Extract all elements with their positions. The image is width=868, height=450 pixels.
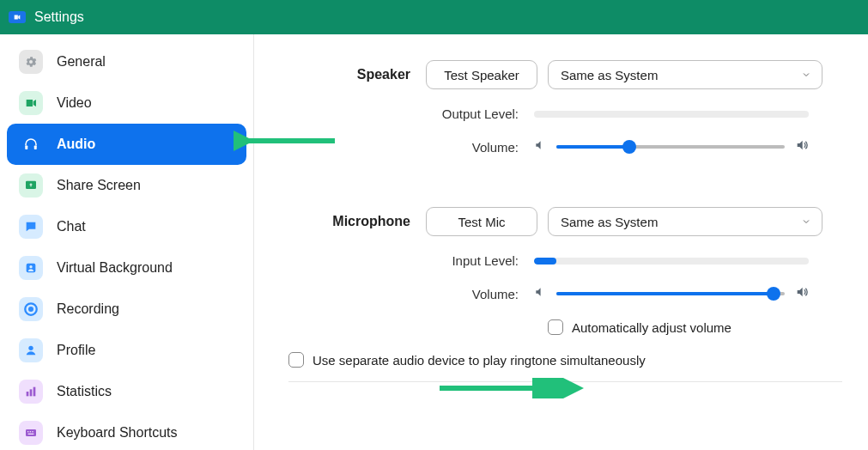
output-level-label: Output Level: <box>280 106 534 121</box>
volume-low-icon <box>534 139 546 155</box>
sidebar-item-video[interactable]: Video <box>7 82 246 124</box>
input-level-label: Input Level: <box>280 253 534 268</box>
svg-point-7 <box>28 346 33 350</box>
speaker-heading: Speaker <box>280 67 426 82</box>
microphone-heading: Microphone <box>280 214 426 229</box>
auto-adjust-volume-label: Automatically adjust volume <box>572 320 731 335</box>
test-mic-button[interactable]: Test Mic <box>426 207 537 236</box>
keyboard-icon <box>19 421 43 445</box>
sidebar-item-label: Recording <box>57 301 119 317</box>
chevron-down-icon <box>801 215 811 229</box>
test-speaker-button[interactable]: Test Speaker <box>426 60 537 89</box>
chat-icon <box>19 215 43 239</box>
mic-volume-thumb[interactable] <box>767 287 780 301</box>
virtual-background-icon <box>19 256 43 280</box>
divider <box>288 381 842 382</box>
sidebar-item-recording[interactable]: Recording <box>7 289 246 330</box>
statistics-icon <box>19 380 43 404</box>
sidebar-item-audio[interactable]: Audio <box>7 124 246 165</box>
chevron-down-icon <box>801 68 811 82</box>
svg-rect-0 <box>25 146 27 150</box>
mic-volume-slider[interactable] <box>556 292 785 295</box>
speaker-volume-slider[interactable] <box>556 145 785 149</box>
separate-ringtone-checkbox[interactable] <box>288 352 304 368</box>
svg-rect-13 <box>30 431 31 432</box>
volume-low-icon <box>534 286 546 301</box>
svg-rect-14 <box>32 431 33 432</box>
sidebar-item-keyboard-shortcuts[interactable]: Keyboard Shortcuts <box>7 412 246 450</box>
content-pane: Speaker Test Speaker Same as System Outp… <box>254 34 868 450</box>
auto-adjust-volume-checkbox[interactable] <box>548 319 563 335</box>
titlebar: Settings <box>0 0 868 34</box>
sidebar-item-virtual-background[interactable]: Virtual Background <box>7 247 246 289</box>
sidebar-item-label: Virtual Background <box>57 260 173 276</box>
svg-rect-8 <box>27 392 29 396</box>
video-icon <box>19 91 43 115</box>
speaker-device-selected: Same as System <box>561 68 658 82</box>
sidebar-item-label: Audio <box>57 137 95 152</box>
sidebar-item-chat[interactable]: Chat <box>7 206 246 247</box>
input-level-meter <box>534 258 809 265</box>
sidebar-item-general[interactable]: General <box>7 41 246 82</box>
profile-icon <box>19 338 43 362</box>
speaker-volume-fill <box>556 145 629 149</box>
mic-device-select[interactable]: Same as System <box>548 207 822 236</box>
volume-high-icon <box>795 285 809 302</box>
speaker-device-select[interactable]: Same as System <box>548 60 822 89</box>
sidebar-item-label: Keyboard Shortcuts <box>57 425 178 441</box>
sidebar-item-label: Chat <box>57 219 86 234</box>
share-screen-icon <box>19 173 43 198</box>
sidebar-item-label: Profile <box>57 343 95 358</box>
sidebar-item-profile[interactable]: Profile <box>7 330 246 371</box>
svg-rect-9 <box>30 389 33 396</box>
svg-rect-15 <box>28 434 34 435</box>
svg-point-6 <box>28 307 33 312</box>
separate-ringtone-label: Use separate audio device to play ringto… <box>313 353 646 368</box>
mic-volume-fill <box>556 292 774 295</box>
headphones-icon <box>19 132 43 156</box>
sidebar-item-statistics[interactable]: Statistics <box>7 371 246 412</box>
speaker-volume-label: Volume: <box>280 140 534 155</box>
svg-point-4 <box>29 265 32 268</box>
sidebar-item-label: Video <box>57 95 92 111</box>
app-icon <box>9 11 26 23</box>
svg-rect-12 <box>27 431 28 432</box>
volume-high-icon <box>795 138 809 155</box>
input-level-fill <box>534 258 556 265</box>
output-level-meter <box>534 111 809 118</box>
window-title: Settings <box>34 9 84 25</box>
mic-device-selected: Same as System <box>561 215 658 229</box>
sidebar-item-label: General <box>57 54 106 70</box>
sidebar-item-share-screen[interactable]: Share Screen <box>7 165 246 206</box>
sidebar-item-label: Share Screen <box>57 178 141 193</box>
svg-rect-10 <box>33 387 36 397</box>
recording-icon <box>19 297 43 321</box>
sidebar-item-label: Statistics <box>57 384 112 399</box>
gear-icon <box>19 50 43 74</box>
svg-rect-11 <box>26 429 36 436</box>
svg-rect-1 <box>34 146 37 150</box>
speaker-volume-thumb[interactable] <box>622 140 636 154</box>
mic-volume-label: Volume: <box>280 287 534 301</box>
sidebar: General Video Audio Share Screen Chat <box>0 34 254 450</box>
